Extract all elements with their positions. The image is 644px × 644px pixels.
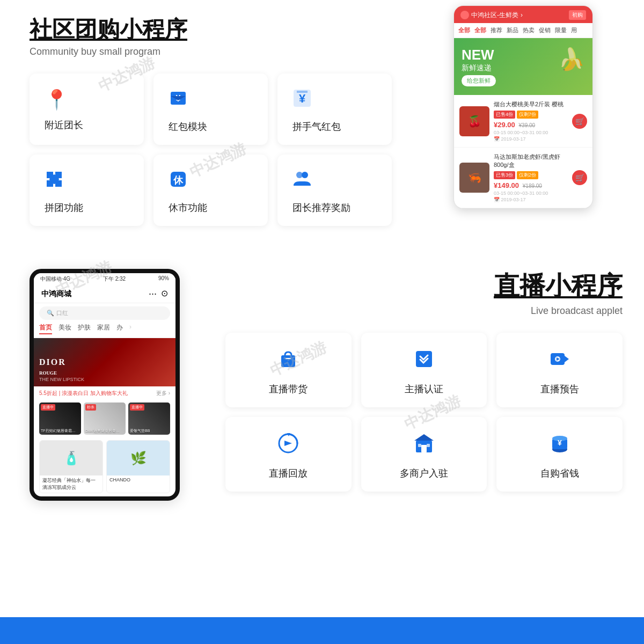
live-name-3: 爱敬气垫BB xyxy=(130,428,169,434)
tab-more[interactable]: › xyxy=(129,323,131,334)
svg-rect-22 xyxy=(418,444,421,447)
product-price-row-cherries: ¥29.00 ¥39.00 xyxy=(494,121,568,129)
nav-recommend[interactable]: 推荐 xyxy=(491,26,502,34)
shopping-bag-icon xyxy=(277,348,299,375)
product-thumb-cherries: 🍒 xyxy=(459,106,489,136)
product-preview-cherries: 📅 2019-03-17 xyxy=(494,136,568,142)
svg-text:¥: ¥ xyxy=(299,92,306,105)
page-title-zh: 社区团购小程序 xyxy=(30,16,392,43)
banner-title: 新鲜速递 xyxy=(462,63,496,73)
live-item-3[interactable]: 直播中 爱敬气垫BB xyxy=(128,402,170,435)
live-label-commerce: 直播带货 xyxy=(269,383,308,396)
nav-all-2[interactable]: 全部 xyxy=(474,26,486,34)
cart-btn-shrimp[interactable]: 🛒 xyxy=(572,170,587,185)
product-thumb-shrimp: 🦐 xyxy=(459,163,489,193)
battery-info: 90% xyxy=(158,275,169,283)
product-item-shrimp: 🦐 马达加斯加老虎虾/黑虎虾800g/盒 已售3份 仅剩2份 ¥149.00 ¥… xyxy=(454,148,592,208)
tab-home-decor[interactable]: 家居 xyxy=(97,323,110,334)
live-item-2[interactable]: 秒杀 Dior/迪奥黛金唇膏… xyxy=(84,402,126,435)
phone2-search-bar[interactable]: 🔍 口红 xyxy=(39,306,170,320)
tab-beauty[interactable]: 美妆 xyxy=(58,323,71,334)
puzzle-icon xyxy=(45,170,64,194)
tag-sold-shrimp: 已售3份 xyxy=(494,171,515,179)
live-badge-1: 直播中 xyxy=(41,404,55,411)
tab-home[interactable]: 首页 xyxy=(39,323,52,334)
community-panel: 社区团购小程序 Community buy small program 📍 附近… xyxy=(0,0,413,237)
phone-nav: 全部 全部 推荐 新品 热卖 促销 限量 用 xyxy=(454,23,592,38)
tag-sold-cherries: 已售4份 xyxy=(494,111,515,119)
toolbar-icons: ··· ⊙ xyxy=(149,288,168,299)
svg-point-8 xyxy=(302,172,308,178)
nav-all-1[interactable]: 全部 xyxy=(458,26,470,34)
svg-text:¥: ¥ xyxy=(558,438,562,447)
bottom-section: 中国移动·4G 下午 2:32 90% 中鸿商城 ··· ⊙ 🔍 口红 首页 美… xyxy=(0,258,644,511)
tag-remain-cherries: 仅剩7份 xyxy=(517,111,538,119)
bottom-left-panel: 中国移动·4G 下午 2:32 90% 中鸿商城 ··· ⊙ 🔍 口红 首页 美… xyxy=(0,269,209,511)
live-card-selfbuy[interactable]: ¥ 自购省钱 xyxy=(496,417,623,492)
product-info-shrimp: 马达加斯加老虎虾/黑虎虾800g/盒 已售3份 仅剩2份 ¥149.00 ¥18… xyxy=(494,153,568,202)
dior-text: DIORROUGE xyxy=(39,357,66,376)
banner-new-label: NEW xyxy=(462,47,496,63)
tab-skincare[interactable]: 护肤 xyxy=(78,323,91,334)
phone2-product-1[interactable]: 🧴 凝芯经典「神仙水」每一滴冻写肌成分云 xyxy=(39,440,103,493)
live-section-panel: 直播小程序 Live broadcast applet 直播带货 xyxy=(209,269,644,511)
feature-label-group-buy: 拼团功能 xyxy=(45,201,83,214)
feature-card-leader-reward[interactable]: 团长推荐奖励 xyxy=(277,155,392,226)
live-item-1[interactable]: 直播中 TF烈焰幻魅唇膏霜… xyxy=(39,402,81,435)
svg-rect-9 xyxy=(281,355,295,367)
promo-more[interactable]: 更多 › xyxy=(156,390,170,397)
live-card-preview[interactable]: 直播预告 xyxy=(496,333,623,407)
time-display: 下午 2:32 xyxy=(103,275,126,283)
feature-label-nearby-leader: 附近团长 xyxy=(45,119,83,131)
nav-more[interactable]: 用 xyxy=(571,26,577,34)
product-name-card-1: 凝芯经典「神仙水」每一滴冻写肌成分云 xyxy=(40,475,103,493)
product-name-shrimp: 马达加斯加老虎虾/黑虎虾800g/盒 xyxy=(494,153,568,169)
chevron-right-icon: › xyxy=(521,11,523,19)
cart-btn-cherries[interactable]: 🛒 xyxy=(572,114,587,129)
nav-new[interactable]: 新品 xyxy=(507,26,518,34)
live-card-replay[interactable]: 直播回放 xyxy=(225,417,352,492)
live-label-selfbuy: 自购省钱 xyxy=(540,467,579,480)
right-phone-mockup: 中鸿社区-生鲜类 › 初购 全部 全部 推荐 新品 热卖 促销 限量 用 NEW xyxy=(453,5,593,209)
phone2-tabs: 首页 美妆 护肤 家居 办 › xyxy=(34,323,175,338)
live-title-en: Live broadcast applet xyxy=(225,305,623,317)
feature-card-nearby-leader[interactable]: 📍 附近团长 xyxy=(30,74,144,145)
right-phone-panel: 中鸿社区-生鲜类 › 初购 全部 全部 推荐 新品 热卖 促销 限量 用 NEW xyxy=(413,0,644,237)
phone2-promo-bar: 5.5折起 | 浪漫表白日 加入购物车大礼 更多 › xyxy=(34,386,175,400)
app-icon xyxy=(460,11,469,19)
live-badge-2: 秒杀 xyxy=(85,404,96,411)
nav-hot[interactable]: 热卖 xyxy=(523,26,535,34)
nav-promo[interactable]: 促销 xyxy=(539,26,551,34)
product-name-cherries: 烟台大樱桃美早2斤装 樱桃 xyxy=(494,100,568,108)
product-price-shrimp: ¥149.00 xyxy=(494,181,519,189)
phone2-product-2[interactable]: 🌿 CHANDO xyxy=(106,440,170,493)
video-camera-icon xyxy=(548,348,571,375)
mall-phone-mockup: 中国移动·4G 下午 2:32 90% 中鸿商城 ··· ⊙ 🔍 口红 首页 美… xyxy=(30,269,180,501)
live-card-merchant[interactable]: 多商户入驻 xyxy=(361,417,487,492)
new-badge: 初购 xyxy=(569,10,586,20)
product-item-cherries: 🍒 烟台大樱桃美早2斤装 樱桃 已售4份 仅剩7份 ¥29.00 ¥39.00 … xyxy=(454,95,592,148)
phone-header: 中鸿社区-生鲜类 › 初购 xyxy=(454,6,592,23)
dior-subtitle: THE NEW LIPSTICK xyxy=(39,377,84,382)
tab-office[interactable]: 办 xyxy=(116,323,123,334)
live-card-commerce[interactable]: 直播带货 xyxy=(225,333,352,407)
savings-icon: ¥ xyxy=(548,432,571,459)
feature-card-lucky-red-packet[interactable]: ¥ 拼手气红包 xyxy=(277,74,392,145)
feature-card-red-packet[interactable]: ¥ 红包模块 xyxy=(153,74,268,145)
phone2-product-grid: 🧴 凝芯经典「神仙水」每一滴冻写肌成分云 🌿 CHANDO xyxy=(34,437,175,496)
feature-card-group-buy[interactable]: 拼团功能 xyxy=(30,155,144,226)
live-card-verify[interactable]: 主播认证 xyxy=(361,333,487,407)
feature-card-market-holiday[interactable]: 休 休市功能 xyxy=(153,155,268,226)
product-price-row-shrimp: ¥149.00 ¥189.00 xyxy=(494,181,568,189)
preview-time-shrimp: 2019-03-17 xyxy=(501,197,526,202)
live-name-2: Dior/迪奥黛金唇膏… xyxy=(85,428,124,434)
ellipsis-icon[interactable]: ··· xyxy=(149,288,157,299)
location-icon: 📍 xyxy=(45,89,69,111)
banner-btn[interactable]: 给您新鲜 xyxy=(462,75,496,86)
svg-text:休: 休 xyxy=(173,175,184,186)
banner-food-emoji: 🍌 xyxy=(558,47,585,72)
nav-limited[interactable]: 限量 xyxy=(555,26,567,34)
footer-bar xyxy=(0,617,644,644)
feature-label-leader-reward: 团长推荐奖励 xyxy=(292,201,350,214)
home-circle-icon[interactable]: ⊙ xyxy=(161,288,168,299)
